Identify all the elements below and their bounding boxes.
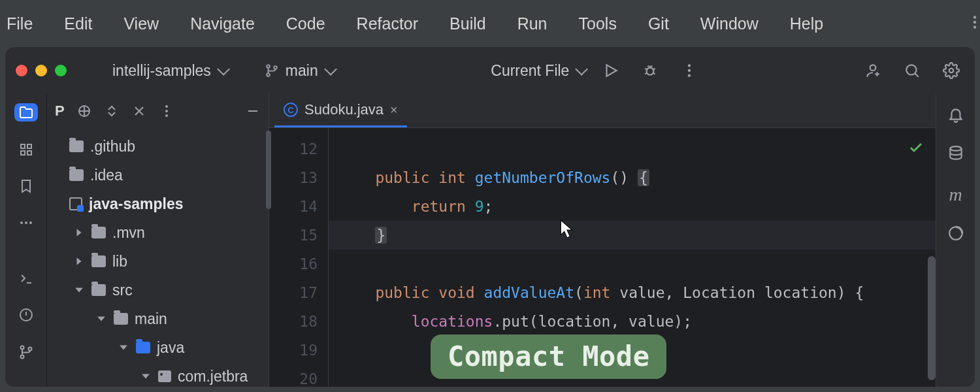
svg-point-1	[267, 73, 270, 76]
tree-item-src[interactable]: src	[47, 276, 269, 304]
editor-scrollbar[interactable]	[928, 256, 936, 380]
code-line[interactable]: public int getNumberOfRows() {	[329, 163, 936, 192]
code-line[interactable]	[329, 135, 936, 163]
structure-tool-button[interactable]	[14, 140, 38, 158]
select-opened-file-icon[interactable]	[76, 103, 92, 119]
svg-point-23	[165, 110, 168, 112]
editor-code[interactable]: Compact Mode public int getNumberOfRows(…	[329, 128, 936, 387]
folder-icon	[114, 313, 128, 325]
svg-point-0	[267, 65, 270, 68]
editor-content[interactable]: 121314151617181920 Compact Mode	[269, 128, 936, 387]
vcs-branch-selector[interactable]: main	[265, 62, 334, 80]
project-name: intellij-samples	[112, 62, 211, 80]
tree-item-label: main	[135, 310, 167, 328]
database-tool-button[interactable]	[947, 145, 964, 165]
code-line[interactable]	[329, 250, 936, 278]
menu-window[interactable]: Window	[700, 14, 759, 33]
terminal-tool-button[interactable]	[14, 269, 38, 287]
menu-code[interactable]: Code	[286, 14, 325, 33]
git-tool-button[interactable]	[14, 343, 38, 361]
tree-item-label: .mvn	[112, 224, 145, 242]
tree-item-lib[interactable]: lib	[47, 247, 269, 276]
run-button[interactable]	[598, 57, 624, 84]
svg-point-4	[688, 64, 691, 67]
window-close-button[interactable]	[16, 65, 27, 76]
branch-name: main	[286, 62, 318, 80]
menu-edit[interactable]: Edit	[64, 14, 92, 33]
editor-tabs: C Sudoku.java ×	[269, 94, 936, 128]
branch-icon	[265, 63, 279, 78]
svg-rect-11	[27, 144, 31, 148]
tree-item-java-samples[interactable]: java-samples	[47, 189, 269, 218]
project-panel: P .github.ideajava-samples.mvnli	[47, 94, 269, 387]
tree-item-label: lib	[112, 253, 127, 270]
tree-item-java[interactable]: java	[47, 333, 269, 362]
folder-icon	[69, 140, 84, 152]
editor-tab-sudoku[interactable]: C Sudoku.java ×	[274, 94, 407, 127]
window-controls	[16, 65, 67, 76]
project-selector[interactable]: intellij-samples	[112, 62, 227, 80]
maven-tool-button[interactable]: m	[949, 184, 962, 205]
tree-arrow-icon[interactable]	[95, 314, 107, 323]
svg-point-15	[25, 221, 27, 224]
project-tree[interactable]: .github.ideajava-samples.mvnlibsrcmainja…	[47, 128, 269, 387]
notifications-button[interactable]	[947, 106, 964, 125]
menu-run[interactable]: Run	[517, 14, 547, 33]
tree-arrow-icon[interactable]	[73, 257, 85, 266]
code-line[interactable]: }	[329, 221, 936, 250]
tree-arrow-icon[interactable]	[73, 228, 85, 237]
chevron-down-icon	[576, 63, 589, 76]
tree-item--mvn[interactable]: .mvn	[47, 218, 269, 247]
expand-all-icon[interactable]	[104, 103, 120, 119]
folder-icon	[91, 227, 106, 238]
bookmarks-tool-button[interactable]	[14, 177, 38, 195]
profiler-tool-button[interactable]	[947, 225, 964, 244]
tree-item-label: com.jetbra	[178, 368, 248, 385]
window-minimize-button[interactable]	[35, 65, 47, 76]
chevron-down-icon	[217, 63, 230, 76]
menu-file[interactable]: File	[7, 14, 33, 33]
tree-item-label: java	[157, 339, 184, 357]
menu-navigate[interactable]: Navigate	[190, 14, 255, 33]
menu-refactor[interactable]: Refactor	[357, 14, 418, 33]
project-tool-button[interactable]	[14, 103, 38, 122]
svg-point-9	[949, 69, 954, 73]
folder-icon	[91, 284, 106, 296]
code-line[interactable]: public void addValueAt(int value, Locati…	[329, 278, 936, 307]
menu-view[interactable]: View	[123, 14, 159, 33]
tree-arrow-icon[interactable]	[140, 372, 152, 381]
collapse-tool-icon[interactable]	[131, 103, 147, 119]
line-number: 16	[269, 250, 318, 278]
menu-tools[interactable]: Tools	[579, 14, 617, 33]
close-tab-icon[interactable]: ×	[390, 103, 398, 118]
tree-arrow-icon[interactable]	[118, 343, 129, 352]
right-tool-stripe: m	[936, 94, 975, 387]
folder-icon	[91, 255, 106, 267]
debug-button[interactable]	[637, 57, 663, 84]
tree-item--github[interactable]: .github	[47, 132, 269, 161]
more-actions-button[interactable]	[676, 57, 702, 84]
tree-item-main[interactable]: main	[47, 304, 269, 333]
tree-item-com-jetbra[interactable]: com.jetbra	[47, 362, 269, 387]
run-config-selector[interactable]: Current File	[491, 62, 585, 80]
svg-point-18	[20, 346, 24, 349]
code-line[interactable]: return 9;	[329, 192, 936, 221]
hide-panel-icon[interactable]	[245, 103, 261, 119]
compact-mode-label: Compact Mode	[448, 340, 649, 372]
menu-help[interactable]: Help	[790, 14, 823, 33]
svg-point-22	[165, 105, 168, 108]
code-with-me-button[interactable]	[860, 57, 886, 84]
problems-tool-button[interactable]	[14, 306, 38, 324]
code-line[interactable]: locations.put(location, value);	[329, 307, 936, 336]
window-zoom-button[interactable]	[55, 65, 67, 76]
inspections-ok-icon[interactable]	[908, 136, 924, 165]
menu-build[interactable]: Build	[449, 14, 486, 33]
tree-arrow-icon[interactable]	[73, 286, 85, 295]
run-config-name: Current File	[491, 62, 569, 80]
tree-item--idea[interactable]: .idea	[47, 161, 269, 189]
settings-button[interactable]	[938, 57, 964, 84]
menu-git[interactable]: Git	[648, 14, 669, 33]
more-tools-button[interactable]	[14, 214, 38, 232]
search-everywhere-button[interactable]	[899, 57, 925, 84]
panel-options-icon[interactable]	[159, 103, 174, 119]
